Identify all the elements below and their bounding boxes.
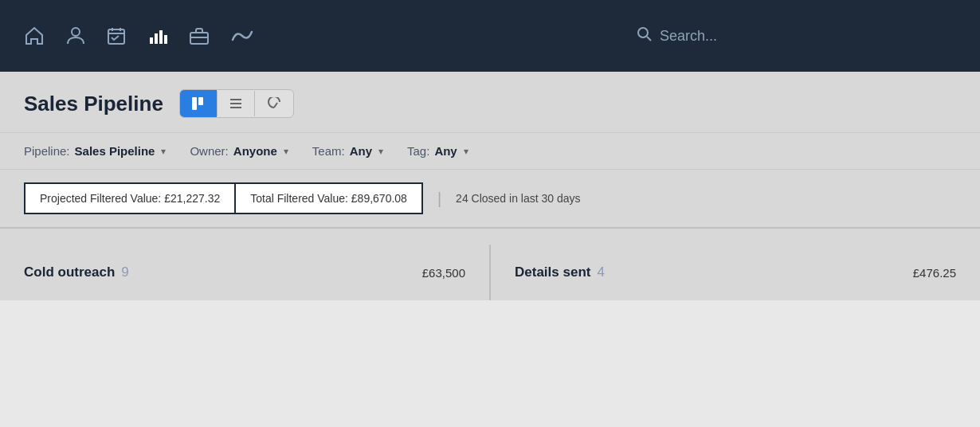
kanban-view-button[interactable] (180, 90, 217, 117)
search-icon (637, 27, 652, 45)
details-sent-left: Details sent 4 (515, 264, 605, 280)
svg-rect-14 (198, 97, 203, 105)
projected-value-box: Projected Filtered Value: £21,227.32 (24, 182, 234, 214)
tag-filter-value: Any (434, 144, 457, 158)
pipeline-col-cold-outreach: Cold outreach 9 £63,500 (0, 245, 490, 300)
cold-outreach-value: £63,500 (422, 266, 465, 280)
team-filter-value: Any (350, 144, 372, 158)
top-navigation (0, 0, 980, 72)
total-value-box: Total Filtered Value: £89,670.08 (234, 182, 423, 214)
svg-rect-6 (155, 33, 158, 44)
svg-rect-13 (192, 97, 197, 110)
tag-filter[interactable]: Tag: Any ▾ (407, 144, 492, 158)
stats-separator: | (437, 190, 441, 208)
pipeline-columns-row: Cold outreach 9 £63,500 Details sent 4 £… (0, 229, 980, 300)
list-view-button[interactable] (217, 91, 254, 116)
briefcase-icon[interactable] (190, 27, 209, 45)
team-filter-chevron: ▾ (378, 146, 383, 157)
team-filter-label: Team: (312, 144, 345, 158)
owner-filter[interactable]: Owner: Anyone ▾ (190, 144, 312, 158)
pipeline-filter-chevron: ▾ (161, 146, 166, 157)
total-label: Total Filtered Value: (250, 192, 348, 205)
projected-label: Projected Filtered Value: (40, 192, 161, 205)
cold-outreach-count: 9 (121, 264, 128, 280)
filters-row: Pipeline: Sales Pipeline ▾ Owner: Anyone… (0, 133, 980, 170)
pipeline-filter-label: Pipeline: (24, 144, 70, 158)
pipeline-filter-value: Sales Pipeline (75, 144, 155, 158)
owner-filter-value: Anyone (233, 144, 277, 158)
main-content: Sales Pipeline (0, 72, 980, 300)
page-header: Sales Pipeline (0, 72, 980, 133)
tag-filter-label: Tag: (407, 144, 429, 158)
svg-line-18 (274, 103, 277, 108)
view-toggle-group (179, 89, 294, 118)
svg-rect-5 (150, 37, 153, 44)
page-title: Sales Pipeline (24, 92, 163, 116)
search-input[interactable] (660, 28, 899, 45)
search-bar (637, 27, 956, 45)
tag-filter-chevron: ▾ (464, 146, 468, 157)
stats-row: Projected Filtered Value: £21,227.32 Tot… (0, 170, 980, 229)
svg-rect-7 (159, 30, 163, 44)
details-sent-value: £476.25 (913, 266, 956, 280)
cold-outreach-name: Cold outreach (24, 264, 115, 280)
team-filter[interactable]: Team: Any ▾ (312, 144, 407, 158)
pipeline-filter[interactable]: Pipeline: Sales Pipeline ▾ (24, 144, 190, 158)
details-sent-name: Details sent (515, 264, 590, 280)
svg-line-12 (647, 37, 651, 41)
nav-icon-group (24, 26, 613, 45)
dashboard-view-button[interactable] (254, 91, 293, 116)
owner-filter-chevron: ▾ (284, 146, 288, 157)
pipeline-col-details-sent: Details sent 4 £476.25 (491, 245, 980, 300)
total-value: £89,670.08 (351, 192, 407, 205)
chart-bar-icon[interactable] (148, 26, 167, 45)
calendar-icon[interactable] (107, 26, 126, 45)
svg-rect-8 (164, 35, 167, 44)
closed-count-text: 24 Closed in last 30 days (456, 184, 580, 213)
svg-point-11 (638, 28, 648, 37)
home-icon[interactable] (24, 26, 45, 45)
details-sent-count: 4 (597, 264, 604, 280)
projected-value: £21,227.32 (164, 192, 220, 205)
svg-point-0 (72, 28, 80, 36)
person-icon[interactable] (67, 26, 84, 45)
trending-icon[interactable] (231, 27, 253, 45)
owner-filter-label: Owner: (190, 144, 228, 158)
cold-outreach-left: Cold outreach 9 (24, 264, 129, 280)
svg-rect-1 (108, 29, 124, 44)
